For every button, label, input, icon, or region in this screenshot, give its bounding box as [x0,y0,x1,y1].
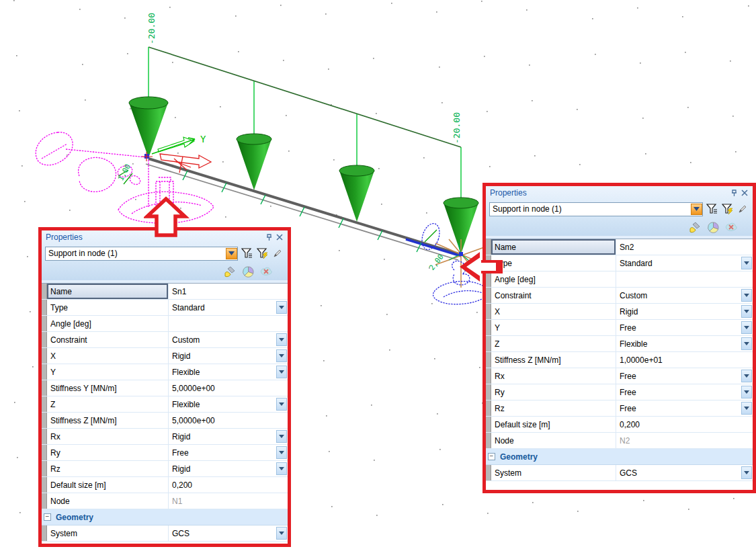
property-value[interactable]: Flexible [616,336,753,351]
property-value[interactable]: Rigid [169,429,288,444]
property-value[interactable]: Free [169,445,288,460]
row-gutter[interactable] [42,525,47,541]
dropdown-button[interactable] [276,366,287,378]
row-gutter[interactable] [486,417,491,432]
row-gutter[interactable] [486,288,491,303]
property-value[interactable]: 0,200 [616,417,753,432]
row-gutter[interactable] [42,445,47,460]
row-gutter[interactable] [42,413,47,428]
property-value[interactable]: 5,0000e+00 [169,413,288,428]
dropdown-button[interactable] [276,462,287,475]
row-gutter[interactable] [486,320,491,335]
load-cone[interactable] [129,97,168,158]
dropdown-button[interactable] [741,321,752,334]
property-value[interactable]: 5,0000e+00 [169,380,288,396]
property-value[interactable]: Rigid [169,348,288,364]
property-value[interactable]: Free [616,384,753,400]
collapse-icon[interactable]: − [488,453,495,460]
close-icon[interactable] [274,233,284,243]
row-gutter[interactable] [486,465,491,480]
row-gutter[interactable] [42,364,47,380]
property-value[interactable] [616,271,753,287]
section-header-row[interactable]: −Geometry [486,449,753,465]
dropdown-button[interactable] [741,402,752,415]
property-value[interactable]: Sn2 [616,239,753,255]
row-gutter[interactable] [486,400,491,416]
dropdown-button[interactable] [276,398,287,411]
dropdown-button[interactable] [741,305,752,318]
row-gutter[interactable] [486,384,491,400]
dropdown-button[interactable] [741,289,752,302]
row-gutter[interactable] [486,352,491,368]
row-gutter[interactable] [42,300,47,315]
pin-icon[interactable] [264,233,274,243]
delete-selection-icon[interactable] [724,221,738,234]
property-value[interactable]: 0,200 [169,477,288,493]
pin-icon[interactable] [729,188,739,198]
row-gutter[interactable] [42,396,47,412]
dropdown-button[interactable] [741,370,752,382]
row-gutter[interactable] [42,429,47,444]
property-value[interactable]: Flexible [169,364,288,380]
property-value[interactable]: 1,0000e+01 [616,352,753,368]
row-gutter[interactable] [42,477,47,493]
load-cone[interactable] [339,165,374,222]
row-gutter[interactable] [42,461,47,476]
row-gutter[interactable] [486,368,491,384]
property-value[interactable]: Custom [169,332,288,347]
dropdown-button[interactable] [276,527,287,540]
format-brush-icon[interactable] [688,221,702,234]
filter-list-icon[interactable] [240,247,253,260]
dropdown-button[interactable] [741,466,752,479]
property-value[interactable]: GCS [616,465,753,480]
property-value[interactable]: Standard [616,255,753,271]
row-gutter[interactable] [486,304,491,319]
filter-lightning-icon[interactable] [255,247,269,260]
load-cone[interactable] [237,134,271,190]
row-gutter[interactable] [42,332,47,347]
dropdown-button[interactable] [276,333,287,346]
property-value[interactable]: Flexible [169,396,288,412]
dropdown-button[interactable] [276,446,287,459]
pie-chart-icon[interactable] [241,265,255,278]
row-gutter[interactable] [42,316,47,331]
property-value[interactable]: Rigid [169,461,288,476]
pie-chart-icon[interactable] [706,221,720,234]
property-value[interactable]: Free [616,368,753,384]
property-value[interactable]: Free [616,320,753,335]
chevron-down-icon[interactable] [691,204,702,215]
filter-list-icon[interactable] [705,203,718,216]
property-value[interactable]: Standard [169,300,288,315]
chevron-down-icon[interactable] [226,248,237,259]
filter-lightning-icon[interactable] [720,203,734,216]
dropdown-button[interactable] [276,430,287,443]
section-header-row[interactable]: −Geometry [42,509,288,525]
row-gutter[interactable] [42,348,47,364]
row-gutter[interactable] [42,493,47,509]
line-load-diagram[interactable] [149,47,461,199]
property-value[interactable] [169,316,288,331]
dropdown-button[interactable] [741,337,752,350]
pencil-icon[interactable] [736,203,749,216]
property-value[interactable]: Custom [616,288,753,303]
row-gutter[interactable] [42,380,47,396]
property-value-text: Sn2 [620,243,634,252]
row-gutter[interactable] [486,336,491,351]
property-value[interactable]: Free [616,400,753,416]
dropdown-button[interactable] [741,386,752,398]
object-type-selector[interactable]: Support in node (1) [45,247,238,261]
close-icon[interactable] [739,188,749,198]
object-type-selector[interactable]: Support in node (1) [489,202,703,216]
row-gutter[interactable] [42,284,47,299]
dropdown-button[interactable] [741,257,752,269]
delete-selection-icon[interactable] [259,265,273,278]
row-gutter[interactable] [486,433,491,448]
collapse-icon[interactable]: − [44,513,51,521]
format-brush-icon[interactable] [223,265,237,278]
pencil-icon[interactable] [271,247,284,260]
property-value[interactable]: Sn1 [169,284,288,299]
property-value[interactable]: GCS [169,525,288,541]
property-value[interactable]: Rigid [616,304,753,319]
dropdown-button[interactable] [276,301,287,314]
dropdown-button[interactable] [276,349,287,362]
